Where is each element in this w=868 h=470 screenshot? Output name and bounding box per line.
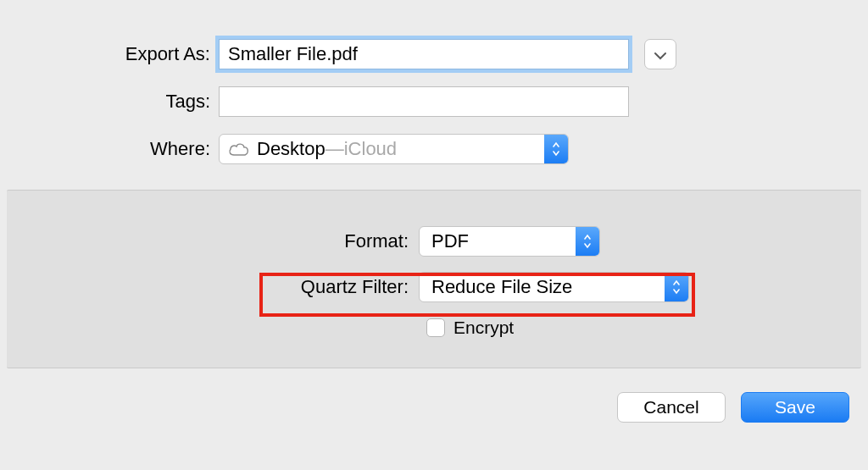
export-as-label: Export As: xyxy=(0,43,219,65)
where-folder-name: Desktop xyxy=(257,138,326,160)
save-button[interactable]: Save xyxy=(741,392,849,423)
chevron-down-icon xyxy=(654,44,666,64)
format-select[interactable]: PDF xyxy=(419,226,600,257)
quartz-filter-row: Quartz Filter: Reduce File Size xyxy=(7,272,861,302)
where-row: Where: Desktop — iCloud xyxy=(0,134,868,164)
where-select[interactable]: Desktop — iCloud xyxy=(219,134,569,164)
tags-input[interactable] xyxy=(219,86,629,117)
where-separator: — xyxy=(326,138,344,160)
cloud-icon xyxy=(228,141,250,157)
filename-input[interactable] xyxy=(219,39,629,69)
export-as-row: Export As: xyxy=(0,39,868,69)
updown-arrows-icon xyxy=(665,273,688,301)
quartz-filter-select[interactable]: Reduce File Size xyxy=(419,272,689,302)
tags-row: Tags: xyxy=(0,86,868,117)
options-panel: Format: PDF Quartz Filter: Reduce File S… xyxy=(7,190,861,368)
export-dialog: Export As: Tags: Where: Desktop — iCloud xyxy=(0,0,868,470)
format-label: Format: xyxy=(7,230,419,252)
top-section: Export As: Tags: Where: Desktop — iCloud xyxy=(0,0,868,190)
expand-button[interactable] xyxy=(644,39,676,69)
where-label: Where: xyxy=(0,138,219,160)
quartz-filter-value: Reduce File Size xyxy=(431,276,572,298)
format-value: PDF xyxy=(431,230,469,252)
quartz-filter-label: Quartz Filter: xyxy=(7,276,419,298)
format-row: Format: PDF xyxy=(7,226,861,257)
dialog-footer: Cancel Save xyxy=(0,368,868,423)
updown-arrows-icon xyxy=(576,227,599,256)
cancel-button[interactable]: Cancel xyxy=(617,392,726,423)
updown-arrows-icon xyxy=(544,135,568,163)
tags-label: Tags: xyxy=(0,91,219,113)
encrypt-row: Encrypt xyxy=(7,318,861,338)
where-location-sub: iCloud xyxy=(344,138,397,160)
encrypt-checkbox[interactable] xyxy=(426,318,445,337)
encrypt-label: Encrypt xyxy=(453,318,514,338)
